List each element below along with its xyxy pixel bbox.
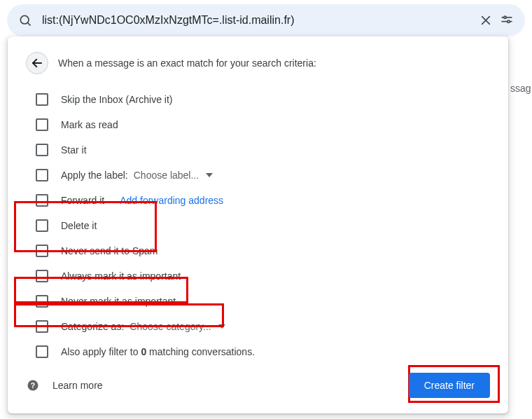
label-skip-inbox: Skip the Inbox (Archive it) [61,94,173,105]
select-choose-category[interactable]: Choose category... [130,321,225,332]
checkbox-delete-it[interactable] [36,219,48,232]
option-always-important: Always mark it as important [29,263,490,289]
search-icon [17,12,34,29]
create-filter-button[interactable]: Create filter [409,373,490,398]
label-star-it: Star it [61,144,87,156]
chevron-down-icon [218,324,225,329]
chevron-down-icon [206,173,213,177]
select-choose-label[interactable]: Choose label... [134,170,213,181]
svg-point-5 [504,16,506,18]
label-delete-it: Delete it [61,220,97,231]
search-input[interactable]: list:(NjYwNDc1OC0xMzIxNzgtMTc=.list-id.m… [42,14,473,27]
option-never-important: Never mark it as important [29,289,490,314]
option-apply-label: Apply the label: Choose label... [29,163,490,188]
label-also-apply: Also apply filter to 0 matching conversa… [61,346,255,357]
label-never-spam: Never send it to Spam [61,245,158,256]
option-categorize-as: Categorize as: Choose category... [29,314,490,339]
background-text-fragment: ssag [510,83,531,94]
checkbox-always-important[interactable] [36,270,48,282]
create-filter-popup: When a message is an exact match for you… [8,36,508,413]
clear-search-icon[interactable] [477,12,494,29]
label-categorize-as: Categorize as: [61,321,124,332]
label-never-important: Never mark it as important [61,296,176,307]
option-star-it: Star it [29,137,490,163]
checkbox-never-spam[interactable] [36,245,48,257]
option-mark-read: Mark as read [29,112,490,137]
label-forward-it: Forward it [61,195,104,206]
checkbox-forward-it[interactable] [36,194,48,207]
link-add-forwarding-address[interactable]: Add forwarding address [120,195,223,206]
option-delete-it: Delete it [29,213,490,238]
popup-header-text: When a message is an exact match for you… [58,57,316,69]
svg-text:?: ? [31,381,35,390]
svg-point-7 [507,20,510,22]
option-also-apply: Also apply filter to 0 matching conversa… [29,339,490,364]
option-skip-inbox: Skip the Inbox (Archive it) [29,87,490,112]
svg-line-1 [28,23,31,26]
select-choose-category-text: Choose category... [130,321,211,332]
popup-header-row: When a message is an exact match for you… [26,52,490,74]
help-icon: ? [26,378,40,392]
checkbox-skip-inbox[interactable] [36,93,48,106]
popup-footer: ? Learn more Create filter [26,373,490,398]
option-never-spam: Never send it to Spam [29,238,490,263]
learn-more-link[interactable]: ? Learn more [26,378,103,392]
learn-more-text: Learn more [52,380,103,391]
label-apply-label: Apply the label: [61,170,128,181]
option-forward-it: Forward it Add forwarding address [29,188,490,213]
svg-point-0 [20,15,29,24]
label-always-important: Always mark it as important [61,270,181,282]
filter-options-list: Skip the Inbox (Archive it) Mark as read… [29,87,490,364]
search-options-icon[interactable] [498,12,515,29]
checkbox-star-it[interactable] [36,144,48,156]
select-choose-label-text: Choose label... [134,170,199,181]
checkbox-categorize-as[interactable] [36,320,48,333]
checkbox-mark-read[interactable] [36,118,48,131]
back-button[interactable] [26,52,48,74]
checkbox-never-important[interactable] [36,295,48,308]
search-bar: list:(NjYwNDc1OC0xMzIxNzgtMTc=.list-id.m… [7,4,525,36]
label-mark-read: Mark as read [61,119,118,130]
checkbox-apply-label[interactable] [36,169,48,181]
checkbox-also-apply[interactable] [36,345,48,358]
